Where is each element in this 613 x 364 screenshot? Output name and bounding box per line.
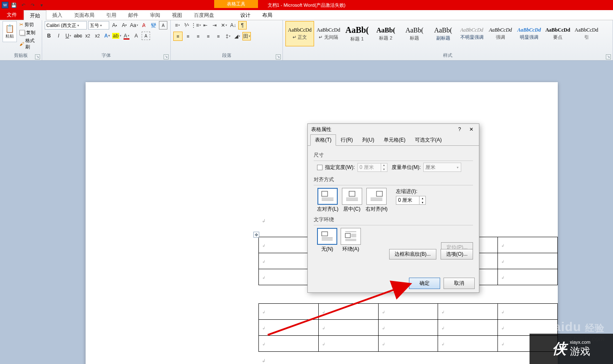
cut-button[interactable]: ✂剪切 [19,21,39,28]
style-no-spacing[interactable]: AaBbCcDd↵ 无间隔 [314,21,343,46]
format-painter-button[interactable]: 🖌格式刷 [19,37,39,51]
borders-button[interactable]: 田▾ [242,32,251,40]
tab-references[interactable]: 引用 [100,10,122,20]
underline-button[interactable]: U▾ [64,32,73,40]
tab-baidu[interactable]: 百度网盘 [188,10,220,20]
unit-combo[interactable]: 厘米▼ [423,163,461,172]
bullets-button[interactable]: ≡▾ [173,21,182,29]
shading-button[interactable]: ◢▾ [233,32,242,40]
ok-button[interactable]: 确定 [409,278,440,289]
help-icon[interactable]: ? [455,126,464,132]
contextual-tab-label: 表格工具 [214,0,258,8]
style-intense-emph[interactable]: AaBbCcDd明显强调 [515,21,543,46]
paragraph-launcher-icon[interactable]: ↘ [276,54,281,59]
spin-down-icon[interactable]: ▼ [381,167,387,171]
line-spacing-button[interactable]: ‡▾ [224,32,232,40]
phonetic-guide-button[interactable]: 變 [149,21,158,29]
style-subtitle[interactable]: AaBb(副标题 [429,21,457,46]
table-2[interactable] [258,303,558,352]
copy-button[interactable]: 复制 [19,29,39,36]
dialog-tab-alttext[interactable]: 可选文字(A) [410,134,446,146]
multilevel-button[interactable]: ⋮≡▾ [192,21,200,29]
grow-font-button[interactable]: A▴ [110,21,119,29]
tab-insert[interactable]: 插入 [46,10,68,20]
dialog-tab-table[interactable]: 表格(T) [310,134,336,146]
change-case-button[interactable]: Aa▾ [130,21,138,29]
tab-review[interactable]: 审阅 [144,10,166,20]
style-quote[interactable]: AaBbCcDd引 [572,21,601,46]
sort-button[interactable]: A↓ [229,21,237,29]
indent-input[interactable] [396,198,419,203]
dialog-tab-column[interactable]: 列(U) [358,134,379,146]
align-center-button[interactable]: ≡ [183,32,193,41]
decrease-indent-button[interactable]: ⇤ [201,21,210,29]
style-subtle-emph[interactable]: AaBbCcDd不明显强调 [457,21,486,46]
char-shading-button[interactable]: A [132,32,140,40]
preferred-width-spinner[interactable]: ▲▼ [358,163,387,172]
font-name-combo[interactable]: Calibri (西文正▼ [45,21,87,29]
shrink-font-button[interactable]: A▾ [120,21,129,29]
style-heading2[interactable]: AaBb(标题 2 [371,21,400,46]
style-emphasis[interactable]: AaBbCcDd强调 [486,21,515,46]
align-right-option[interactable]: 右对齐(H) [366,188,388,213]
paste-button[interactable]: 📋 粘贴 [3,21,17,42]
dialog-tab-row[interactable]: 行(R) [336,134,358,146]
tab-table-design[interactable]: 设计 [234,10,256,20]
strikethrough-button[interactable]: abc [74,32,82,40]
align-left-button[interactable]: ≡ [173,32,183,41]
font-launcher-icon[interactable]: ↘ [164,54,169,59]
close-icon[interactable]: ✕ [467,126,476,132]
align-center-option[interactable]: 居中(C) [342,188,362,213]
font-size-combo[interactable]: 五号▼ [88,21,109,29]
tab-home[interactable]: 开始 [24,10,46,20]
dialog-tab-cell[interactable]: 单元格(E) [379,134,410,146]
options-button[interactable]: 选项(O)... [441,249,473,260]
font-color-button[interactable]: A▾ [122,32,131,40]
styles-launcher-icon[interactable]: ↘ [606,54,611,59]
increase-indent-button[interactable]: ⇥ [210,21,219,29]
text-effects-button[interactable]: A▾ [103,32,111,40]
style-normal[interactable]: AaBbCcDd↵ 正文 [285,21,314,46]
char-border-button[interactable]: A [142,32,150,40]
style-heading1[interactable]: AaBb(标题 1 [343,21,371,46]
wrap-around-option[interactable]: 环绕(A) [341,228,361,253]
cancel-button[interactable]: 取消 [444,278,475,289]
show-marks-button[interactable]: ¶ [238,21,247,29]
tab-mailings[interactable]: 邮件 [122,10,144,20]
clipboard-launcher-icon[interactable]: ↘ [35,54,40,59]
clear-formatting-button[interactable]: A̷ [140,21,148,29]
style-strong[interactable]: AaBbCcDd要点 [543,21,572,46]
spin-down-icon[interactable]: ▼ [419,201,425,205]
highlight-button[interactable]: ab▾ [113,32,121,40]
wrap-none-label: 无(N) [321,246,333,253]
indent-spinner[interactable]: ▲▼ [396,196,426,205]
enclose-chars-button[interactable]: A [159,21,167,29]
styles-gallery[interactable]: AaBbCcDd↵ 正文 AaBbCcDd↵ 无间隔 AaBb(标题 1 AaB… [285,21,601,46]
borders-shading-button[interactable]: 边框和底纹(B)... [389,249,436,260]
undo-icon[interactable]: ↶ [19,1,27,9]
numbering-button[interactable]: ⅟▾ [183,21,191,29]
tab-pagelayout[interactable]: 页面布局 [68,10,100,20]
superscript-button[interactable]: x2 [93,32,102,40]
subscript-button[interactable]: x2 [83,32,92,40]
wrap-none-option[interactable]: 无(N) [317,228,337,253]
tab-view[interactable]: 视图 [166,10,188,20]
distribute-button[interactable]: ≡ [214,32,223,41]
qat-more-icon[interactable]: ▾ [38,1,46,9]
spin-up-icon[interactable]: ▲ [419,196,425,201]
align-left-option[interactable]: 左对齐(L) [317,188,339,213]
tab-table-layout[interactable]: 布局 [256,10,278,20]
file-tab[interactable]: 文件 [0,10,24,20]
spin-up-icon[interactable]: ▲ [381,163,387,167]
justify-button[interactable]: ≡ [204,32,213,41]
style-title[interactable]: AaBb(标题 [400,21,429,46]
asian-layout-button[interactable]: ✕▾ [220,21,228,29]
save-icon[interactable]: 💾 [10,1,18,9]
redo-icon[interactable]: ↷ [29,1,36,9]
table-move-handle-icon[interactable]: ✥ [253,232,259,238]
align-right-button[interactable]: ≡ [194,32,203,41]
dialog-titlebar[interactable]: 表格属性 ? ✕ [308,124,479,135]
preferred-width-checkbox[interactable] [317,165,323,170]
italic-button[interactable]: I [54,32,63,40]
bold-button[interactable]: B [45,32,53,40]
